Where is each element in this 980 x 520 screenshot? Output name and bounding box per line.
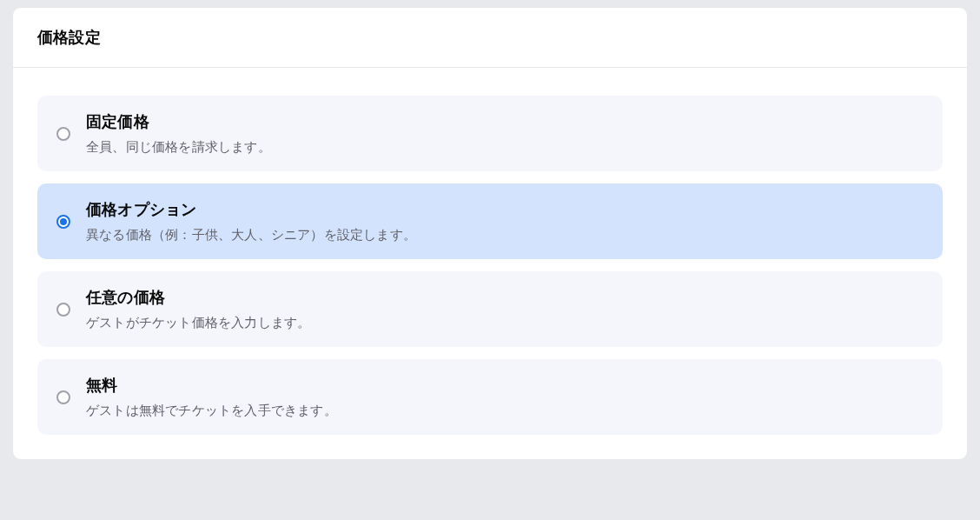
radio-icon [56, 303, 70, 317]
option-description: 全員、同じ価格を請求します。 [86, 139, 271, 156]
option-description: 異なる価格（例：子供、大人、シニア）を設定します。 [86, 227, 416, 243]
option-title: 固定価格 [86, 111, 271, 132]
pricing-option-list: 固定価格 全員、同じ価格を請求します。 価格オプション 異なる価格（例：子供、大… [37, 96, 943, 435]
pricing-option-fixed[interactable]: 固定価格 全員、同じ価格を請求します。 [37, 96, 943, 171]
option-title: 任意の価格 [86, 287, 310, 308]
card-header: 価格設定 [13, 8, 967, 68]
radio-icon [56, 127, 70, 141]
option-description: ゲストは無料でチケットを入手できます。 [86, 403, 337, 419]
radio-icon [56, 215, 70, 229]
radio-icon [56, 390, 70, 404]
pricing-card: 価格設定 固定価格 全員、同じ価格を請求します。 価格オプション 異なる価格（例… [12, 7, 968, 460]
option-title: 価格オプション [86, 199, 416, 220]
option-text: 無料 ゲストは無料でチケットを入手できます。 [86, 375, 337, 419]
option-description: ゲストがチケット価格を入力します。 [86, 315, 310, 331]
option-title: 無料 [86, 375, 337, 396]
radio-dot-icon [60, 218, 67, 225]
card-body: 固定価格 全員、同じ価格を請求します。 価格オプション 異なる価格（例：子供、大… [13, 68, 967, 459]
pricing-option-suggested[interactable]: 任意の価格 ゲストがチケット価格を入力します。 [37, 271, 943, 347]
pricing-option-free[interactable]: 無料 ゲストは無料でチケットを入手できます。 [37, 359, 943, 435]
option-text: 固定価格 全員、同じ価格を請求します。 [86, 111, 271, 156]
card-title: 価格設定 [37, 27, 943, 48]
pricing-option-tiered[interactable]: 価格オプション 異なる価格（例：子供、大人、シニア）を設定します。 [37, 183, 943, 259]
option-text: 価格オプション 異なる価格（例：子供、大人、シニア）を設定します。 [86, 199, 416, 243]
option-text: 任意の価格 ゲストがチケット価格を入力します。 [86, 287, 310, 331]
